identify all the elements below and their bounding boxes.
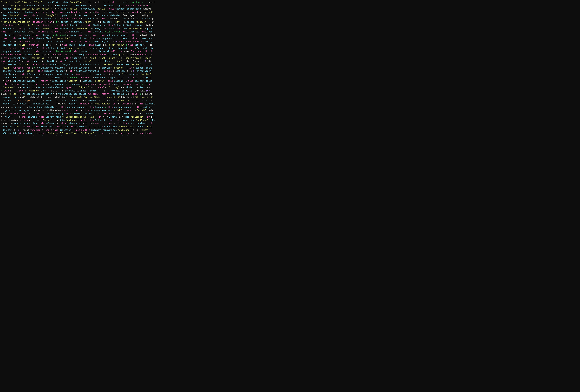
code-line: {e=="loadingText"?n.addClass(t).attr(t,t… — [1, 4, 201, 7]
code-line: this.sliding=!0,s&&this.pause(),i=i.leng… — [1, 60, 201, 63]
code-line: if(i.hasClass("active"))return; this.ind… — [1, 63, 201, 66]
code-line: pause:"hover"},e.fn.carousel.Constructor… — [1, 93, 201, 96]
code-line: .$element[t](0)},reset:function(e){var t… — [1, 129, 201, 132]
code-line: .$element.one("slid", function(){r.to(t)… — [1, 43, 201, 47]
code-line: .toggle()};t.prototype={constructor:t,di… — [1, 109, 201, 112]
code-line: r=this.$element.find(".item.active"),i=n… — [1, 57, 201, 60]
code-line: .replace(/.*(?=#[^\s]+$)/,"")),s=e.exten… — [1, 99, 201, 102]
code-line: "input") ?"val":"html";e+="Text", r.rese… — [1, 1, 201, 4]
code-line: ("slid", function(){var t=e(a.$indicator… — [1, 66, 201, 70]
code-line: "[data-toggle^=button]", function(t){var… — [1, 20, 201, 24]
code-editor: "input") ?"val":"html";e+="Text", r.rese… — [0, 0, 202, 136]
code-line: t(this,s)), typeof n=="number"?i.to(n):o… — [1, 89, 201, 93]
code-line: (f);if(f.isDefaultPrevented()) return;r.… — [1, 80, 201, 83]
code-line: }return s&&this.cycle(),this}};var n=e.f… — [1, 83, 201, 86]
code-line: i.addClass(o), this.$element.one(e.suppo… — [1, 73, 201, 76]
code-line: !function(e){"use strict"; var t=functio… — [1, 24, 201, 27]
code-line: t].join("-")),r=this.$parent&&this.$pare… — [1, 115, 201, 119]
code-line: .removeClass(["active",o].join(" ")),a.s… — [1, 76, 201, 80]
code-line: shown"),e.support.transition&&this.$elem… — [1, 122, 201, 125]
code-line: .button.Constructor=t,e.fn.button.noConf… — [1, 17, 201, 20]
code-line: show:function(){var t,n,r,i;if(this.tran… — [1, 112, 201, 115]
code-line: this))};t.prototype={cycle:function(t){r… — [1, 30, 201, 34]
code-line: .hasClass("in")) return;t=this.dimension… — [1, 125, 201, 129]
code-line: options=e.extend({},e.fn.collapse.defaul… — [1, 106, 201, 109]
code-line: .options=n, this.options.pause=="hover"&… — [1, 27, 201, 30]
code-line: transitioning) return;r.collapse("hide")… — [1, 119, 201, 122]
code-line: .offsetWidth, this.$element[e!==null?"ad… — [1, 132, 201, 135]
code-line: n.type=="show"&&i.reset, i.transitioning… — [1, 135, 201, 136]
code-line: .$active},to:function(t){var n=this.getA… — [1, 40, 201, 43]
code-line: ("carousel"),s=e.extend({},e.fn.carousel… — [1, 86, 201, 89]
code-line: (t){return t||(this.paused=!0), this.$el… — [1, 47, 201, 50]
code-line: n=e.fn.button;e.fn.button=function(n){re… — [1, 11, 201, 14]
code-line: .interval&&!this.paused&&(this.interval=… — [1, 34, 201, 37]
code-line: .pause().to(o).cycle(),t.preventDefault(… — [1, 102, 201, 106]
code-line: {return this.$active=this.$element.find(… — [1, 37, 201, 40]
code-line: .support.transition.end), this.cycle(!0)… — [1, 50, 201, 53]
code-line: .closest('[data-toggle="buttons-radio"]'… — [1, 7, 201, 11]
code-line: .$element.hasClass("slide")){this.$eleme… — [1, 70, 201, 73]
code-line: return;return this.slide("next")},prev:f… — [1, 53, 201, 57]
code-line: .carousel.data-api", "[data-slide], [dat… — [1, 96, 201, 99]
code-line: .data("button",i=new t(this,s)),n=="togg… — [1, 14, 201, 17]
